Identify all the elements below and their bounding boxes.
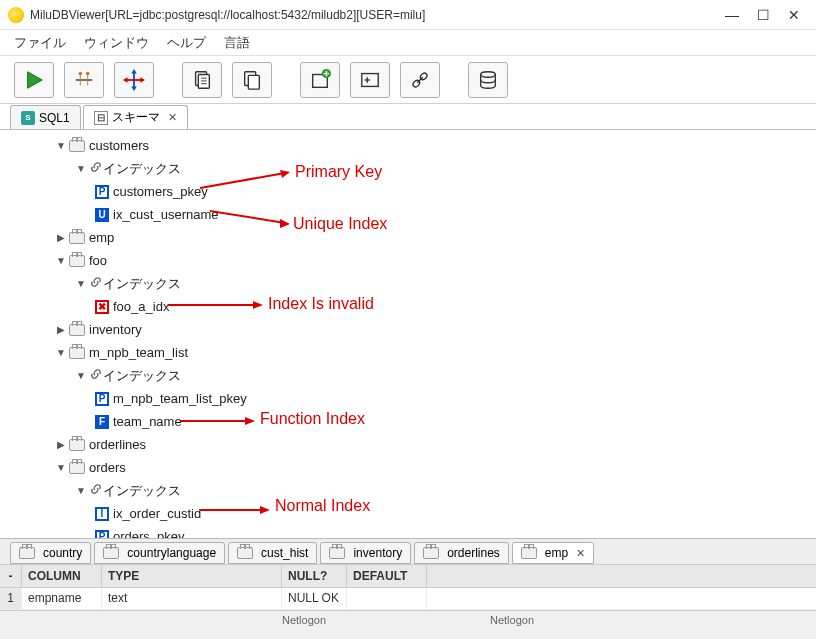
tab-sql1-label: SQL1 [39,111,70,125]
tree-node-index[interactable]: インデックス [103,367,181,385]
schema-icon: ⊟ [94,111,108,125]
grid-header-null[interactable]: NULL? [282,565,347,587]
toolbar [0,56,816,104]
expander-icon[interactable]: ▼ [55,347,67,358]
tree-node-orderlines[interactable]: orderlines [89,437,146,452]
menu-lang[interactable]: 言語 [224,34,250,52]
status-netlogon-2: Netlogon [490,614,534,626]
expander-icon[interactable]: ▼ [75,163,87,174]
table-icon [69,140,85,152]
titlebar: MiluDBViewer[URL=jdbc:postgresql://local… [0,0,816,30]
tree-node-foo[interactable]: foo [89,253,107,268]
close-button[interactable]: ✕ [788,7,800,23]
tab-schema-label: スキーマ [112,109,160,126]
table-icon [69,462,85,474]
pk-icon: P [95,392,109,406]
new-button[interactable] [300,62,340,98]
table-icon [69,324,85,336]
grid-header-type[interactable]: TYPE [102,565,282,587]
expander-icon[interactable]: ▼ [75,278,87,289]
btab-inventory[interactable]: inventory [320,542,411,564]
database-button[interactable] [468,62,508,98]
tree-node-team-name[interactable]: team_name [113,414,182,429]
table-icon [103,547,119,559]
expander-icon[interactable]: ▼ [55,255,67,266]
grid-header-column[interactable]: COLUMN [22,565,102,587]
invalid-icon: ✖ [95,300,109,314]
expander-icon[interactable]: ▼ [75,485,87,496]
statusbar: Netlogon Netlogon [0,610,816,629]
btab-orderlines[interactable]: orderlines [414,542,509,564]
grid-row[interactable]: 1 empname text NULL OK [0,588,816,610]
link-icon [89,367,103,384]
menu-file[interactable]: ファイル [14,34,66,52]
grid-cell-default [347,588,427,609]
expander-icon[interactable]: ▶ [55,232,67,243]
tree-node-emp[interactable]: emp [89,230,114,245]
schema-tree[interactable]: ▼customers ▼インデックス Pcustomers_pkey Uix_c… [0,130,816,538]
run-button[interactable] [14,62,54,98]
expander-icon[interactable]: ▶ [55,439,67,450]
index-icon: I [95,507,109,521]
tree-node-index[interactable]: インデックス [103,160,181,178]
menu-help[interactable]: ヘルプ [167,34,206,52]
tree-node-m-npb-team-list[interactable]: m_npb_team_list [89,345,188,360]
expander-icon[interactable]: ▶ [55,324,67,335]
table-icon [69,347,85,359]
svg-point-4 [79,71,83,75]
tree-node-index[interactable]: インデックス [103,482,181,500]
add-panel-button[interactable] [350,62,390,98]
tabstrip: S SQL1 ⊟ スキーマ ✕ [0,104,816,130]
tree-node-orders-pkey[interactable]: orders_pkey [113,529,185,538]
svg-marker-11 [140,77,145,83]
tree-node-ix-cust-username[interactable]: ix_cust_username [113,207,219,222]
btab-country[interactable]: country [10,542,91,564]
table-icon [69,439,85,451]
link-icon [89,160,103,177]
function-icon: F [95,415,109,429]
svg-marker-8 [131,69,137,74]
expander-icon[interactable]: ▼ [55,462,67,473]
minimize-button[interactable]: — [725,7,739,23]
tree-node-foo-a-idx[interactable]: foo_a_idx [113,299,169,314]
table-icon [69,232,85,244]
btab-emp[interactable]: emp✕ [512,542,594,564]
btab-countrylanguage[interactable]: countrylanguage [94,542,225,564]
tree-node-m-npb-pkey[interactable]: m_npb_team_list_pkey [113,391,247,406]
grid-cell-null: NULL OK [282,588,347,609]
btab-emp-close[interactable]: ✕ [576,547,585,560]
btab-cust-hist[interactable]: cust_hist [228,542,317,564]
tree-node-ix-order-custid[interactable]: ix_order_custid [113,506,201,521]
table-icon [19,547,35,559]
connect-button[interactable] [400,62,440,98]
tree-node-customers-pkey[interactable]: customers_pkey [113,184,208,199]
link-icon [89,482,103,499]
tab-sql1[interactable]: S SQL1 [10,105,81,129]
bottom-tabstrip: country countrylanguage cust_hist invent… [0,538,816,564]
tab-schema[interactable]: ⊟ スキーマ ✕ [83,105,188,129]
expander-icon[interactable]: ▼ [55,140,67,151]
tree-node-inventory[interactable]: inventory [89,322,142,337]
pk-icon: P [95,185,109,199]
grid-header-default[interactable]: DEFAULT [347,565,427,587]
table-icon [423,547,439,559]
grid-header: - COLUMN TYPE NULL? DEFAULT [0,564,816,588]
maximize-button[interactable]: ☐ [757,7,770,23]
svg-marker-0 [28,71,43,88]
copy-button[interactable] [232,62,272,98]
tab-schema-close[interactable]: ✕ [168,111,177,124]
move-button[interactable] [114,62,154,98]
tree-node-customers[interactable]: customers [89,138,149,153]
menu-window[interactable]: ウィンドウ [84,34,149,52]
tree-node-orders[interactable]: orders [89,460,126,475]
tree-node-index[interactable]: インデックス [103,275,181,293]
table-icon [329,547,345,559]
grid-header-num[interactable]: - [0,565,22,587]
expander-icon[interactable]: ▼ [75,370,87,381]
grid-cell-type: text [102,588,282,609]
svg-marker-9 [131,86,137,91]
copy-docs-button[interactable] [182,62,222,98]
explain-button[interactable] [64,62,104,98]
svg-point-29 [481,71,496,77]
status-netlogon-1: Netlogon [282,614,326,626]
